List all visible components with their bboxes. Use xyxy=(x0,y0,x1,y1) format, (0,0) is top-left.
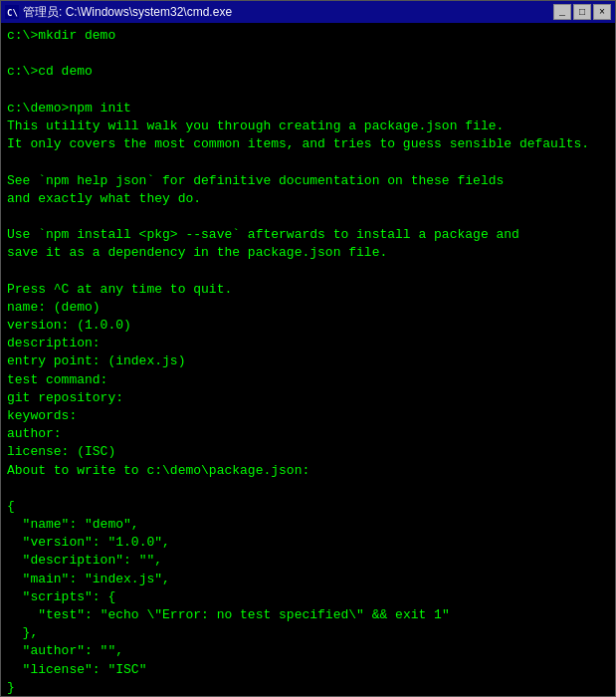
titlebar: C\ 管理员: C:\Windows\system32\cmd.exe _ □ … xyxy=(1,1,615,23)
terminal-line: author: xyxy=(7,425,609,443)
terminal-line: { xyxy=(7,498,609,516)
empty-line xyxy=(7,82,609,100)
terminal-line: git repository: xyxy=(7,389,609,407)
cmd-icon: C\ xyxy=(5,5,19,19)
terminal-line: "description": "", xyxy=(7,552,609,570)
titlebar-left: C\ 管理员: C:\Windows\system32\cmd.exe xyxy=(5,4,232,21)
terminal-line: c:\>cd demo xyxy=(7,63,609,81)
terminal-line: "name": "demo", xyxy=(7,516,609,534)
terminal-line: "version": "1.0.0", xyxy=(7,534,609,552)
cmd-window: C\ 管理员: C:\Windows\system32\cmd.exe _ □ … xyxy=(0,0,616,697)
terminal-line: "license": "ISC" xyxy=(7,661,609,679)
empty-line xyxy=(7,153,609,171)
terminal-line: version: (1.0.0) xyxy=(7,317,609,335)
terminal-line: This utility will walk you through creat… xyxy=(7,117,609,135)
terminal-line: name: (demo) xyxy=(7,299,609,317)
terminal-line: "main": "index.js", xyxy=(7,571,609,588)
terminal-line: It only covers the most common items, an… xyxy=(7,135,609,153)
terminal-line: license: (ISC) xyxy=(7,443,609,461)
terminal-line: Use `npm install <pkg> --save` afterward… xyxy=(7,226,609,244)
terminal-line: description: xyxy=(7,335,609,352)
terminal-line: and exactly what they do. xyxy=(7,190,609,208)
terminal-line: c:\>mkdir demo xyxy=(7,27,609,45)
terminal-line: Press ^C at any time to quit. xyxy=(7,281,609,299)
close-button[interactable]: × xyxy=(593,4,611,20)
terminal-line: } xyxy=(7,679,609,696)
terminal-line: About to write to c:\demo\package.json: xyxy=(7,462,609,480)
empty-line xyxy=(7,262,609,280)
restore-button[interactable]: □ xyxy=(573,4,591,20)
terminal-content[interactable]: c:\>mkdir demo c:\>cd demo c:\demo>npm i… xyxy=(1,23,615,696)
empty-line xyxy=(7,208,609,226)
empty-line xyxy=(7,480,609,498)
terminal-line: }, xyxy=(7,624,609,642)
terminal-line: save it as a dependency in the package.j… xyxy=(7,244,609,262)
terminal-line: "author": "", xyxy=(7,642,609,660)
terminal-line: test command: xyxy=(7,371,609,389)
svg-text:C\: C\ xyxy=(7,8,18,18)
terminal-line: keywords: xyxy=(7,407,609,425)
minimize-button[interactable]: _ xyxy=(553,4,571,20)
terminal-line: entry point: (index.js) xyxy=(7,352,609,370)
empty-line xyxy=(7,45,609,63)
terminal-line: See `npm help json` for definitive docum… xyxy=(7,172,609,190)
window-title: 管理员: C:\Windows\system32\cmd.exe xyxy=(23,4,232,21)
terminal-line: "scripts": { xyxy=(7,588,609,606)
terminal-line: "test": "echo \"Error: no test specified… xyxy=(7,606,609,624)
titlebar-buttons: _ □ × xyxy=(553,4,611,20)
terminal-line: c:\demo>npm init xyxy=(7,100,609,117)
